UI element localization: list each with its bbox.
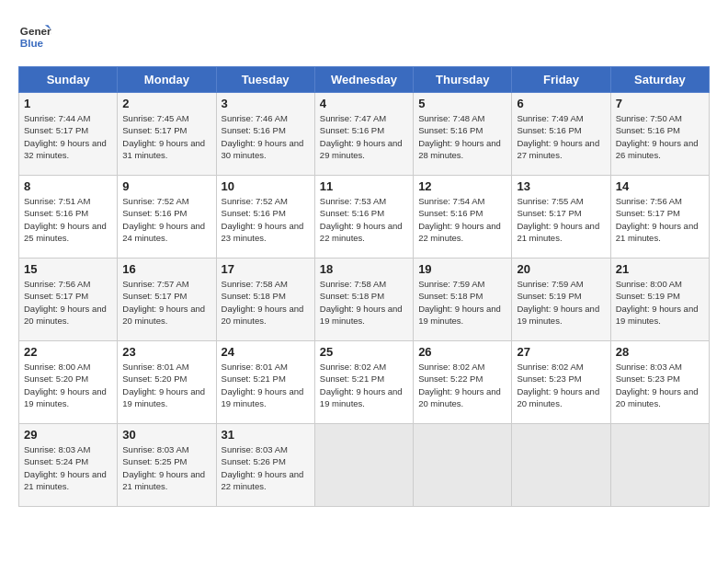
weekday-header-thursday: Thursday bbox=[414, 67, 512, 93]
day-info: Sunrise: 7:59 AMSunset: 5:18 PMDaylight:… bbox=[418, 279, 501, 326]
weekday-header-friday: Friday bbox=[512, 67, 610, 93]
calendar-day-cell: 10Sunrise: 7:52 AMSunset: 5:16 PMDayligh… bbox=[216, 176, 314, 259]
calendar-day-cell bbox=[512, 424, 610, 507]
calendar-day-cell: 26Sunrise: 8:02 AMSunset: 5:22 PMDayligh… bbox=[414, 341, 512, 424]
calendar-day-cell: 28Sunrise: 8:03 AMSunset: 5:23 PMDayligh… bbox=[610, 341, 709, 424]
calendar-day-cell: 25Sunrise: 8:02 AMSunset: 5:21 PMDayligh… bbox=[314, 341, 413, 424]
day-info: Sunrise: 8:03 AMSunset: 5:23 PMDaylight:… bbox=[616, 362, 699, 408]
calendar-day-cell: 12Sunrise: 7:54 AMSunset: 5:16 PMDayligh… bbox=[414, 176, 512, 259]
calendar-day-cell: 23Sunrise: 8:01 AMSunset: 5:20 PMDayligh… bbox=[118, 341, 216, 424]
day-number: 3 bbox=[222, 97, 310, 110]
day-info: Sunrise: 7:48 AMSunset: 5:16 PMDaylight:… bbox=[418, 113, 501, 160]
day-info: Sunrise: 7:56 AMSunset: 5:17 PMDaylight:… bbox=[24, 279, 107, 326]
day-info: Sunrise: 7:52 AMSunset: 5:16 PMDaylight:… bbox=[122, 196, 205, 243]
day-number: 1 bbox=[24, 97, 112, 110]
calendar-day-cell: 6Sunrise: 7:49 AMSunset: 5:16 PMDaylight… bbox=[512, 93, 610, 176]
day-number: 17 bbox=[222, 262, 310, 276]
day-number: 29 bbox=[24, 428, 112, 442]
calendar-day-cell: 11Sunrise: 7:53 AMSunset: 5:16 PMDayligh… bbox=[314, 176, 413, 259]
day-info: Sunrise: 7:56 AMSunset: 5:17 PMDaylight:… bbox=[616, 196, 699, 243]
calendar-day-cell: 24Sunrise: 8:01 AMSunset: 5:21 PMDayligh… bbox=[216, 341, 314, 424]
day-number: 27 bbox=[517, 345, 605, 359]
weekday-header-sunday: Sunday bbox=[19, 67, 118, 93]
calendar-week-row: 29Sunrise: 8:03 AMSunset: 5:24 PMDayligh… bbox=[19, 424, 710, 507]
day-info: Sunrise: 7:51 AMSunset: 5:16 PMDaylight:… bbox=[24, 196, 107, 243]
day-number: 31 bbox=[222, 428, 310, 442]
calendar-day-cell: 18Sunrise: 7:58 AMSunset: 5:18 PMDayligh… bbox=[314, 259, 413, 341]
calendar-day-cell bbox=[314, 424, 413, 507]
day-info: Sunrise: 8:00 AMSunset: 5:19 PMDaylight:… bbox=[616, 279, 699, 326]
calendar-day-cell: 17Sunrise: 7:58 AMSunset: 5:18 PMDayligh… bbox=[216, 259, 314, 341]
day-info: Sunrise: 7:57 AMSunset: 5:17 PMDaylight:… bbox=[122, 279, 205, 326]
day-number: 30 bbox=[122, 428, 210, 442]
day-number: 4 bbox=[320, 97, 408, 110]
day-info: Sunrise: 8:03 AMSunset: 5:25 PMDaylight:… bbox=[122, 444, 205, 491]
calendar-day-cell: 16Sunrise: 7:57 AMSunset: 5:17 PMDayligh… bbox=[118, 259, 216, 341]
day-info: Sunrise: 8:02 AMSunset: 5:22 PMDaylight:… bbox=[418, 362, 501, 408]
calendar-day-cell: 13Sunrise: 7:55 AMSunset: 5:17 PMDayligh… bbox=[512, 176, 610, 259]
page-header: General Blue bbox=[18, 18, 710, 52]
day-info: Sunrise: 7:44 AMSunset: 5:17 PMDaylight:… bbox=[24, 113, 107, 160]
calendar-week-row: 1Sunrise: 7:44 AMSunset: 5:17 PMDaylight… bbox=[19, 93, 710, 176]
calendar-day-cell: 30Sunrise: 8:03 AMSunset: 5:25 PMDayligh… bbox=[118, 424, 216, 507]
day-number: 14 bbox=[616, 179, 704, 193]
day-info: Sunrise: 8:02 AMSunset: 5:23 PMDaylight:… bbox=[517, 362, 599, 408]
day-number: 28 bbox=[616, 345, 704, 359]
calendar-header: SundayMondayTuesdayWednesdayThursdayFrid… bbox=[19, 67, 710, 93]
day-number: 22 bbox=[24, 345, 112, 359]
weekday-header-wednesday: Wednesday bbox=[314, 67, 413, 93]
weekday-header-monday: Monday bbox=[118, 67, 216, 93]
day-info: Sunrise: 8:01 AMSunset: 5:21 PMDaylight:… bbox=[222, 362, 304, 408]
calendar-week-row: 8Sunrise: 7:51 AMSunset: 5:16 PMDaylight… bbox=[19, 176, 710, 259]
weekday-header-saturday: Saturday bbox=[610, 67, 709, 93]
day-info: Sunrise: 7:54 AMSunset: 5:16 PMDaylight:… bbox=[418, 196, 501, 243]
day-info: Sunrise: 7:52 AMSunset: 5:16 PMDaylight:… bbox=[222, 196, 304, 243]
day-info: Sunrise: 7:59 AMSunset: 5:19 PMDaylight:… bbox=[517, 279, 599, 326]
day-info: Sunrise: 7:49 AMSunset: 5:16 PMDaylight:… bbox=[517, 113, 599, 160]
day-number: 10 bbox=[222, 179, 310, 193]
day-info: Sunrise: 7:50 AMSunset: 5:16 PMDaylight:… bbox=[616, 113, 699, 160]
calendar-day-cell: 29Sunrise: 8:03 AMSunset: 5:24 PMDayligh… bbox=[19, 424, 118, 507]
calendar-day-cell: 7Sunrise: 7:50 AMSunset: 5:16 PMDaylight… bbox=[610, 93, 709, 176]
logo: General Blue bbox=[18, 18, 51, 52]
calendar-day-cell: 8Sunrise: 7:51 AMSunset: 5:16 PMDaylight… bbox=[19, 176, 118, 259]
calendar-day-cell: 9Sunrise: 7:52 AMSunset: 5:16 PMDaylight… bbox=[118, 176, 216, 259]
calendar-table: SundayMondayTuesdayWednesdayThursdayFrid… bbox=[18, 66, 710, 507]
calendar-week-row: 15Sunrise: 7:56 AMSunset: 5:17 PMDayligh… bbox=[19, 259, 710, 341]
day-number: 20 bbox=[517, 262, 605, 276]
day-number: 15 bbox=[24, 262, 112, 276]
day-info: Sunrise: 7:58 AMSunset: 5:18 PMDaylight:… bbox=[222, 279, 304, 326]
day-number: 9 bbox=[122, 179, 210, 193]
day-info: Sunrise: 7:45 AMSunset: 5:17 PMDaylight:… bbox=[122, 113, 205, 160]
day-number: 13 bbox=[517, 179, 605, 193]
day-number: 23 bbox=[122, 345, 210, 359]
weekday-header-tuesday: Tuesday bbox=[216, 67, 314, 93]
calendar-day-cell: 27Sunrise: 8:02 AMSunset: 5:23 PMDayligh… bbox=[512, 341, 610, 424]
calendar-day-cell: 31Sunrise: 8:03 AMSunset: 5:26 PMDayligh… bbox=[216, 424, 314, 507]
day-number: 18 bbox=[320, 262, 408, 276]
logo-icon: General Blue bbox=[18, 18, 51, 52]
calendar-day-cell: 3Sunrise: 7:46 AMSunset: 5:16 PMDaylight… bbox=[216, 93, 314, 176]
day-info: Sunrise: 7:47 AMSunset: 5:16 PMDaylight:… bbox=[320, 113, 403, 160]
calendar-day-cell bbox=[414, 424, 512, 507]
day-info: Sunrise: 8:00 AMSunset: 5:20 PMDaylight:… bbox=[24, 362, 107, 408]
day-number: 7 bbox=[616, 97, 704, 110]
calendar-day-cell: 15Sunrise: 7:56 AMSunset: 5:17 PMDayligh… bbox=[19, 259, 118, 341]
day-number: 8 bbox=[24, 179, 112, 193]
calendar-body: 1Sunrise: 7:44 AMSunset: 5:17 PMDaylight… bbox=[19, 93, 710, 507]
day-info: Sunrise: 8:02 AMSunset: 5:21 PMDaylight:… bbox=[320, 362, 403, 408]
day-number: 2 bbox=[122, 97, 210, 110]
day-info: Sunrise: 8:03 AMSunset: 5:24 PMDaylight:… bbox=[24, 444, 107, 491]
calendar-day-cell: 1Sunrise: 7:44 AMSunset: 5:17 PMDaylight… bbox=[19, 93, 118, 176]
day-number: 21 bbox=[616, 262, 704, 276]
day-info: Sunrise: 7:55 AMSunset: 5:17 PMDaylight:… bbox=[517, 196, 599, 243]
day-number: 11 bbox=[320, 179, 408, 193]
svg-text:Blue: Blue bbox=[20, 37, 44, 49]
day-number: 25 bbox=[320, 345, 408, 359]
day-number: 24 bbox=[222, 345, 310, 359]
calendar-day-cell: 19Sunrise: 7:59 AMSunset: 5:18 PMDayligh… bbox=[414, 259, 512, 341]
calendar-day-cell: 5Sunrise: 7:48 AMSunset: 5:16 PMDaylight… bbox=[414, 93, 512, 176]
weekday-header-row: SundayMondayTuesdayWednesdayThursdayFrid… bbox=[19, 67, 710, 93]
day-number: 19 bbox=[418, 262, 506, 276]
calendar-day-cell: 4Sunrise: 7:47 AMSunset: 5:16 PMDaylight… bbox=[314, 93, 413, 176]
